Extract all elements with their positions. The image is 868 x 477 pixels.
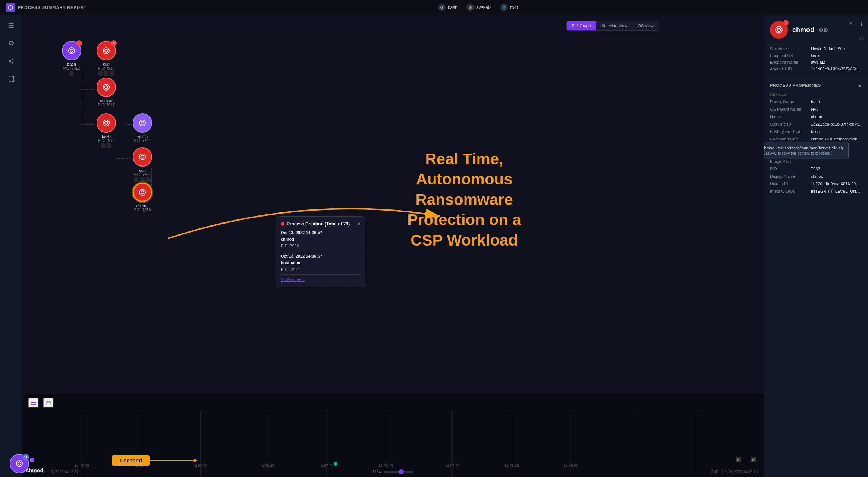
node-circle-bash-7918 [97, 113, 116, 133]
node-chmod-7936[interactable]: chmod PID: 7936 [133, 183, 152, 212]
meta-endpoint-name: Endpoint Name aws-al2 [770, 60, 862, 64]
timeline-nav-end[interactable]: ▶| [736, 457, 741, 462]
tl-label-3: 14:06:45 [260, 464, 274, 468]
timeline-toolbar [22, 395, 764, 410]
cmd-tooltip-hint: (CMD+C to copy this content to clipboard… [764, 151, 843, 155]
tl-label-7: 14:07:45 [504, 464, 519, 468]
detail-pid: PID 7936 [770, 167, 862, 171]
detail-name: Name chmod [770, 114, 862, 119]
node-icons-curl-7934 [134, 177, 151, 182]
time-arrow-label: 1 second [112, 455, 150, 466]
left-sidebar [0, 15, 22, 477]
panel-node-badge: ! [783, 20, 789, 25]
right-panel: × ! chmod ⚙⚙ Site Name Howie Default Sit… [764, 15, 868, 477]
tooltip-header: Process Creation (Total of 79) × [281, 221, 361, 227]
tooltip-e1-name: chmod [281, 237, 294, 241]
instance-label: aws-al2 [476, 5, 491, 10]
node-icon-sm-4 [110, 71, 114, 76]
refresh-btn[interactable] [5, 37, 17, 49]
tooltip-close-btn[interactable]: × [358, 221, 361, 227]
show-more-link[interactable]: Show more... [281, 277, 305, 282]
tl-label-5: 14:07:15 [378, 464, 393, 468]
svg-rect-3 [9, 27, 14, 28]
node-curl-7914[interactable]: ! curl PID: 7914 [97, 41, 116, 76]
instance-item: 🖥 aws-al2 [466, 4, 491, 11]
section-toggle-icon: ▲ [858, 83, 862, 88]
panel-node-icon-label: ⚙⚙ [818, 27, 828, 33]
svg-point-5 [9, 60, 10, 62]
timeline-nav-right[interactable]: ▶ [751, 457, 756, 462]
node-icons-bash-7918 [101, 143, 111, 148]
svg-rect-21 [31, 404, 36, 405]
panel-bookmark-btn[interactable]: ◇ [858, 34, 865, 42]
node-curl-7934[interactable]: curl PID: 7934 [133, 147, 152, 182]
list-view-btn[interactable] [5, 19, 17, 31]
agent-label: bash [448, 5, 457, 10]
panel-close-btn[interactable]: × [849, 19, 853, 27]
tab-full-graph[interactable]: Full Graph [567, 21, 596, 30]
tooltip-entry2: Oct 13, 2022 14:06:57 hostname PID: 7937 [281, 253, 361, 272]
svg-rect-22 [46, 401, 51, 405]
node-bash-7918[interactable]: bash PID: 7918 [97, 113, 116, 148]
tooltip-title: Process Creation (Total of 79) [281, 221, 350, 227]
svg-line-7 [10, 60, 12, 60]
zoom-percentage: 31% [372, 470, 381, 474]
svg-rect-2 [9, 25, 14, 26]
tl-label-4: 14:07:00 [319, 464, 334, 468]
share-btn[interactable] [5, 55, 17, 67]
command-tooltip: chmod +x /usr/share/man/man8/crypt_file.… [764, 142, 849, 159]
node-pid-bash-7918: PID: 7918 [98, 139, 114, 143]
tab-os-view[interactable]: OS View [632, 21, 659, 30]
timeline-calendar-btn[interactable] [43, 398, 54, 408]
logo-icon [6, 3, 15, 12]
panel-info-btn[interactable]: ℹ [858, 19, 865, 28]
user-icon: 👤 [500, 4, 508, 11]
user-label: root [510, 5, 518, 10]
tab-storyline-view[interactable]: Storyline View [596, 21, 633, 30]
node-circle-curl-7934 [133, 147, 152, 167]
panel-header: ! chmod ⚙⚙ [764, 15, 868, 42]
timeline-chart: 14:06:00 14:06:15 14:06:30 14:06:45 14:0… [22, 410, 764, 477]
node-icon-sm-1 [69, 71, 74, 76]
node-label-chmod-7936: chmod [136, 203, 148, 208]
tooltip-entry1: Oct 13, 2022 14:06:57 chmod PID: 7936 [281, 230, 361, 249]
timeline-area: 14:06:00 14:06:15 14:06:30 14:06:45 14:0… [22, 395, 764, 477]
node-bash-7012[interactable]: ! bash PID: 7012 [62, 41, 81, 76]
tooltip-e2-date: Oct 13, 2022 14:06:57 [281, 254, 322, 258]
panel-title-group: chmod ⚙⚙ [792, 26, 828, 34]
node-badge-bash-7012: ! [76, 40, 82, 46]
detail-display-name: Display Name chmod [770, 174, 862, 179]
node-pid-chmod-7936: PID: 7936 [134, 208, 151, 212]
section-header[interactable]: PROCESS PROPERTIES ▲ [770, 83, 862, 88]
graph-area: Full Graph Storyline View OS View [22, 15, 764, 395]
node-label-bash-7012: bash [67, 62, 76, 66]
tl-label-0: 14:06:00 [75, 464, 89, 468]
node-label-curl-7914: curl [103, 62, 110, 66]
node-label-curl-7934: curl [139, 168, 146, 173]
node-chmod-7917[interactable]: chmod PID: 7917 [97, 78, 116, 107]
svg-marker-0 [8, 5, 13, 10]
node-which-7931[interactable]: which PID: 7931 [133, 113, 152, 143]
app-logo: PROCESS SUMMARY REPORT [6, 3, 87, 12]
node-label-bash-7918: bash [102, 134, 111, 139]
agent-item: ⚙ bash [438, 4, 457, 11]
tl-label-6: 14:07:30 [445, 464, 460, 468]
timeline-list-btn[interactable] [28, 398, 39, 408]
cmd-tooltip-line1: chmod +x /usr/share/man/man8/crypt_file.… [764, 146, 843, 150]
timeline-start-dot [30, 458, 34, 462]
content-area: Full Graph Storyline View OS View [22, 15, 764, 477]
detail-parent-name: Parent Name bash [770, 99, 862, 104]
zoom-thumb[interactable] [399, 469, 404, 474]
instance-icon: 🖥 [466, 4, 474, 11]
zoom-track[interactable] [384, 471, 413, 473]
tooltip-e1-pid: PID: 7936 [281, 244, 299, 248]
node-icon-sm-5 [101, 143, 106, 148]
expand-btn[interactable] [5, 73, 17, 85]
node-icon-sm-2 [98, 71, 103, 76]
node-icon-sm-7 [134, 177, 139, 182]
user-item: 👤 root [500, 4, 518, 11]
zoom-control: 31% [372, 470, 413, 474]
panel-node-name: chmod ⚙⚙ [792, 26, 828, 34]
main-layout: Full Graph Storyline View OS View [0, 15, 868, 477]
event-dot-green-1[interactable] [334, 462, 337, 466]
